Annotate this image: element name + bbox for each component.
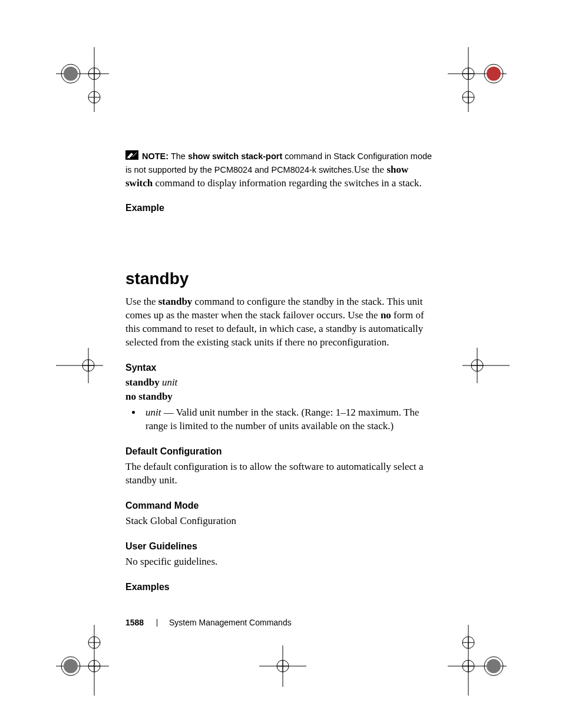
syntax-bullets: unit — Valid unit number in the stack. (… bbox=[125, 406, 438, 433]
note-block: NOTE: The show switch stack-port command… bbox=[125, 150, 438, 190]
svg-point-12 bbox=[462, 68, 474, 80]
heading-syntax: Syntax bbox=[125, 363, 438, 373]
bullet-var: unit bbox=[146, 407, 161, 418]
footer-section: System Management Commands bbox=[169, 618, 292, 627]
heading-command: standby bbox=[125, 269, 438, 288]
svg-point-39 bbox=[64, 659, 78, 673]
crop-mark-bottom-center bbox=[259, 645, 306, 687]
svg-point-22 bbox=[82, 360, 94, 371]
intro-paragraph: Use the standby command to configure the… bbox=[125, 295, 438, 350]
svg-point-47 bbox=[462, 637, 474, 648]
syntax-var-1: unit bbox=[162, 377, 177, 388]
note-serif-2: command to display information regarding… bbox=[153, 177, 422, 189]
intro-1: Use the bbox=[125, 296, 158, 307]
heading-examples: Examples bbox=[125, 582, 438, 592]
heading-default-config: Default Configuration bbox=[125, 446, 438, 457]
svg-point-6 bbox=[64, 67, 78, 81]
note-bold-cmd: show switch stack-port bbox=[188, 151, 282, 161]
svg-point-42 bbox=[277, 660, 289, 672]
intro-bold-1: standby bbox=[158, 296, 193, 307]
bullet-rest: — Valid unit number in the stack. (Range… bbox=[146, 407, 419, 431]
syntax-kw-1: standby bbox=[125, 377, 160, 388]
syntax-kw-2: no standby bbox=[125, 391, 173, 402]
crop-mark-mid-left bbox=[56, 348, 103, 383]
svg-point-15 bbox=[484, 64, 503, 83]
svg-point-5 bbox=[61, 64, 80, 83]
crop-mark-bottom-right bbox=[448, 619, 530, 696]
syntax-line-2: no standby bbox=[125, 391, 438, 403]
heading-user-guidelines: User Guidelines bbox=[125, 541, 438, 552]
syntax-bullet-1: unit — Valid unit number in the stack. (… bbox=[142, 406, 438, 433]
note-label: NOTE: bbox=[142, 151, 168, 161]
svg-point-2 bbox=[88, 68, 100, 80]
page-number: 1588 bbox=[125, 618, 144, 627]
svg-point-38 bbox=[61, 657, 80, 676]
crop-mark-top-right bbox=[448, 47, 530, 118]
svg-point-32 bbox=[88, 637, 100, 648]
crop-mark-bottom-left bbox=[38, 619, 109, 696]
page-content: NOTE: The show switch stack-port command… bbox=[125, 150, 438, 596]
svg-point-50 bbox=[462, 660, 474, 672]
note-serif-1: Use the bbox=[354, 164, 387, 175]
footer-separator bbox=[157, 619, 157, 627]
crop-mark-top-left bbox=[38, 47, 109, 118]
svg-point-53 bbox=[484, 657, 503, 676]
default-config-body: The default configuration is to allow th… bbox=[125, 460, 438, 487]
svg-point-54 bbox=[487, 659, 501, 673]
svg-point-16 bbox=[487, 67, 501, 81]
syntax-line-1: standby unit bbox=[125, 377, 438, 388]
command-mode-body: Stack Global Configuration bbox=[125, 515, 438, 528]
svg-point-17 bbox=[462, 91, 474, 103]
heading-command-mode: Command Mode bbox=[125, 500, 438, 511]
heading-example: Example bbox=[125, 203, 438, 213]
note-icon bbox=[125, 150, 138, 163]
intro-bold-2: no bbox=[381, 309, 391, 321]
user-guidelines-body: No specific guidelines. bbox=[125, 555, 438, 569]
svg-point-27 bbox=[471, 360, 483, 371]
note-text-1: The bbox=[171, 151, 188, 161]
svg-point-7 bbox=[88, 91, 100, 103]
crop-mark-mid-right bbox=[462, 348, 510, 383]
svg-point-35 bbox=[88, 660, 100, 672]
page-footer: 1588 System Management Commands bbox=[125, 618, 292, 627]
